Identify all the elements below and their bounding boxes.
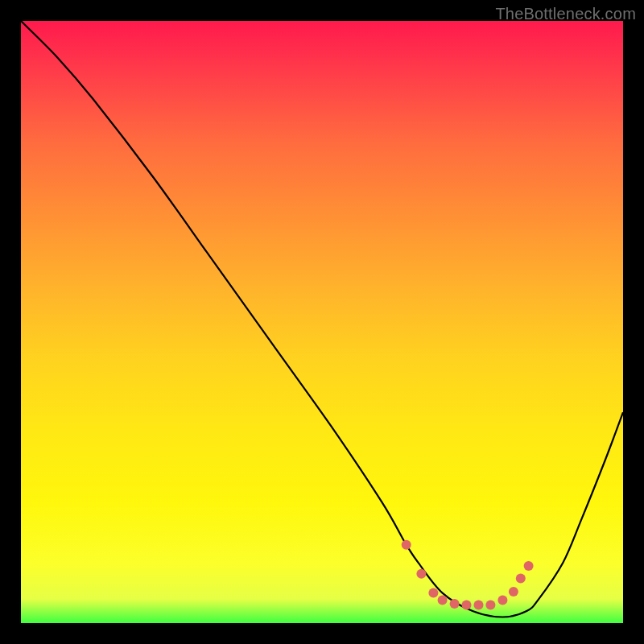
- marker-dot: [474, 601, 484, 610]
- bottleneck-curve: [21, 21, 623, 617]
- marker-dot: [524, 561, 534, 571]
- watermark-text: TheBottleneck.com: [495, 5, 636, 23]
- marker-dot: [485, 601, 495, 610]
- bottleneck-markers: [402, 540, 534, 610]
- marker-dot: [509, 587, 518, 597]
- marker-dot: [428, 588, 438, 598]
- chart-area: [21, 21, 623, 623]
- marker-dot: [416, 569, 426, 579]
- marker-dot: [402, 540, 411, 550]
- marker-dot: [438, 596, 448, 605]
- marker-dot: [450, 599, 460, 609]
- marker-dot: [497, 596, 507, 605]
- marker-dot: [462, 601, 472, 610]
- marker-dot: [516, 574, 526, 584]
- chart-svg: [21, 21, 623, 623]
